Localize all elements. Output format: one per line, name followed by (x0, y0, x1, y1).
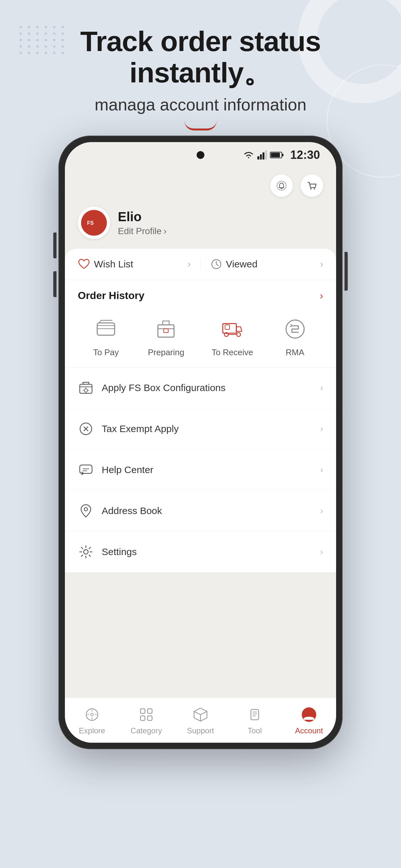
profile-name: Elio (118, 210, 166, 224)
edit-profile-link[interactable]: Edit Profile › (118, 226, 166, 237)
settings-label: Settings (102, 547, 312, 557)
svg-text:FS: FS (87, 220, 94, 226)
to-receive-item[interactable]: To Receive (212, 314, 253, 358)
cart-icon (306, 180, 318, 191)
camera-notch (197, 151, 204, 159)
nav-category[interactable]: Category (119, 706, 174, 735)
return-icon (284, 318, 306, 340)
tool-icon (246, 706, 264, 724)
wallet-icon (95, 318, 117, 340)
nav-account[interactable]: Account (282, 706, 336, 735)
wish-list-link[interactable]: Wish List › (78, 258, 201, 270)
svg-rect-20 (225, 325, 229, 330)
box-nav-icon (193, 707, 208, 722)
svg-point-23 (84, 389, 88, 392)
address-book-menu-item[interactable]: Address Book › (65, 491, 336, 531)
svg-rect-31 (148, 709, 152, 713)
category-label: Category (130, 726, 162, 735)
svg-rect-15 (158, 325, 174, 337)
box-icon (155, 318, 177, 340)
wish-list-label: Wish List (94, 259, 133, 270)
person-icon (301, 707, 317, 722)
svg-point-29 (91, 713, 93, 716)
settings-svg (79, 545, 93, 559)
to-pay-icon (91, 314, 120, 344)
fs-logo-icon: FS (86, 217, 102, 228)
tax-svg (79, 422, 93, 436)
explore-label: Explore (79, 726, 105, 735)
svg-rect-5 (282, 154, 283, 156)
tax-exempt-chevron: › (320, 424, 323, 434)
signal-icon (257, 151, 267, 159)
rma-item[interactable]: RMA (281, 314, 310, 358)
battery-icon (270, 151, 284, 159)
red-smile-decoration (184, 121, 217, 130)
apply-fs-box-label: Apply FS Box Configurations (102, 382, 312, 393)
avatar: FS (78, 207, 110, 239)
to-receive-label: To Receive (212, 347, 253, 358)
to-receive-icon (218, 314, 247, 344)
status-time: 12:30 (290, 148, 320, 162)
truck-icon (221, 318, 244, 340)
svg-point-9 (314, 188, 315, 190)
to-pay-item[interactable]: To Pay (91, 314, 120, 358)
support-icon (191, 706, 210, 724)
chat-icon (78, 462, 94, 478)
tool-label: Tool (248, 726, 262, 735)
profile-info: Elio Edit Profile › (118, 210, 166, 237)
apply-fs-box-menu-item[interactable]: Apply FS Box Configurations › (65, 368, 336, 408)
apply-fs-box-chevron: › (320, 383, 323, 393)
phone-mockup: 12:30 (58, 135, 343, 749)
svg-point-26 (84, 507, 88, 511)
account-label: Account (295, 726, 323, 735)
svg-rect-2 (263, 152, 265, 159)
grid-icon (138, 707, 154, 722)
avatar-initials: FS (81, 210, 107, 236)
cart-button[interactable] (301, 175, 323, 197)
svg-rect-6 (271, 153, 280, 157)
tax-icon (78, 421, 94, 437)
volume-up-button (53, 232, 57, 258)
viewed-label: Viewed (226, 259, 258, 270)
profile-section: FS Elio Edit Profile › (65, 204, 336, 249)
svg-rect-14 (97, 326, 115, 329)
volume-down-button (53, 271, 57, 297)
nav-explore[interactable]: Explore (65, 706, 119, 735)
nav-support[interactable]: Support (174, 706, 227, 735)
preparing-icon (151, 314, 181, 344)
svg-point-8 (310, 188, 312, 190)
tax-exempt-menu-item[interactable]: Tax Exempt Apply › (65, 408, 336, 450)
order-history-chevron[interactable]: › (320, 290, 323, 302)
location-icon (78, 503, 94, 519)
order-history-header: Order History › (65, 280, 336, 308)
box-config-svg (79, 380, 93, 395)
address-book-label: Address Book (102, 505, 312, 516)
preparing-label: Preparing (148, 347, 184, 358)
tax-exempt-label: Tax Exempt Apply (102, 423, 312, 434)
preparing-item[interactable]: Preparing (148, 314, 184, 358)
settings-menu-item[interactable]: Settings › (65, 531, 336, 572)
viewed-link[interactable]: Viewed › (201, 258, 323, 270)
tool-svg (247, 707, 263, 722)
svg-rect-34 (251, 709, 258, 720)
phone-outer: 12:30 (58, 135, 343, 749)
rma-icon (281, 314, 310, 344)
wifi-icon (243, 151, 254, 159)
compass-icon (84, 707, 100, 722)
to-pay-label: To Pay (93, 347, 119, 358)
settings-chevron: › (320, 547, 323, 557)
wish-list-chevron: › (188, 259, 190, 269)
order-history-title: Order History (78, 290, 144, 302)
clock-icon (211, 258, 222, 270)
box-config-icon (78, 380, 94, 396)
category-icon (137, 706, 155, 724)
nav-tool[interactable]: Tool (227, 706, 282, 735)
svg-rect-33 (148, 716, 152, 720)
top-actions (65, 168, 336, 204)
explore-icon (83, 706, 101, 724)
order-icons: To Pay (65, 308, 336, 368)
help-center-menu-item[interactable]: Help Center › (65, 450, 336, 491)
rma-label: RMA (286, 347, 305, 358)
status-icons (243, 151, 284, 159)
notification-button[interactable] (270, 175, 293, 197)
